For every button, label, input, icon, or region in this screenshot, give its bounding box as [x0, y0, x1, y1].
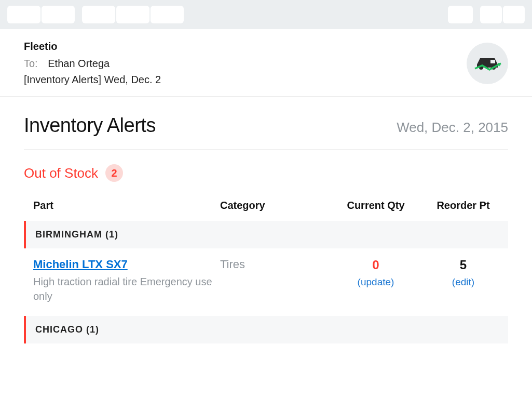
col-part: Part — [33, 200, 220, 211]
group-header: CHICAGO (1) — [24, 316, 508, 343]
toolbar-button[interactable] — [7, 6, 40, 23]
edit-link[interactable]: (edit) — [428, 276, 499, 288]
group-header: BIRMINGHAM (1) — [24, 221, 508, 248]
table-row: Michelin LTX SX7 High traction radial ti… — [24, 248, 508, 315]
reorder-pt: 5 — [428, 258, 499, 272]
email-header: Fleetio To: Ethan Ortega [Inventory Aler… — [0, 29, 532, 97]
toolbar-button[interactable] — [151, 6, 184, 23]
to-label: To: — [24, 58, 38, 69]
col-reorder: Reorder Pt — [428, 200, 499, 211]
car-icon — [472, 53, 503, 74]
toolbar-button[interactable] — [480, 6, 502, 23]
page-title: Inventory Alerts — [24, 114, 156, 137]
toolbar-button[interactable] — [42, 6, 75, 23]
toolbar-button[interactable] — [82, 6, 115, 23]
table-header: Part Category Current Qty Reorder Pt — [24, 193, 508, 220]
avatar — [467, 43, 508, 84]
part-category: Tires — [220, 258, 324, 271]
part-link[interactable]: Michelin LTX SX7 — [33, 258, 128, 271]
from-label: Fleetio — [24, 41, 467, 52]
to-name: Ethan Ortega — [48, 58, 110, 69]
page-date: Wed, Dec. 2, 2015 — [397, 120, 508, 136]
toolbar-button[interactable] — [116, 6, 149, 23]
section-title: Out of Stock — [24, 165, 98, 181]
subject: [Inventory Alerts] Wed, Dec. 2 — [24, 74, 467, 86]
current-qty: 0 — [324, 258, 428, 272]
toolbar-button[interactable] — [503, 6, 525, 23]
toolbar-button[interactable] — [448, 6, 473, 23]
app-toolbar — [0, 0, 532, 29]
col-qty: Current Qty — [324, 200, 428, 211]
count-badge: 2 — [105, 164, 123, 182]
col-category: Category — [220, 200, 324, 211]
update-link[interactable]: (update) — [324, 276, 428, 288]
svg-rect-0 — [490, 60, 495, 63]
part-description: High traction radial tire Emergency use … — [33, 274, 220, 303]
